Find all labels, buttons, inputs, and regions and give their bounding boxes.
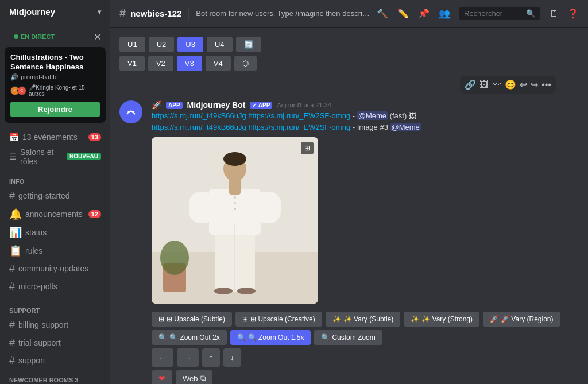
search-placeholder: Rechercher	[464, 9, 502, 18]
web-button[interactable]: Web ⧉	[176, 370, 212, 384]
forward-reaction-icon[interactable]: ↪	[531, 79, 538, 90]
close-live-button[interactable]: ✕	[94, 32, 101, 42]
live-dot	[14, 34, 18, 39]
message-link-2[interactable]: https://s.mj.run/_EW2SF-omng	[248, 111, 350, 120]
message-timestamp: Aujourd'hui à 21:34	[277, 102, 331, 108]
refresh-button[interactable]: 🔄	[236, 37, 261, 52]
sidebar-item-announcements[interactable]: 🔔 announcements 12	[5, 205, 106, 223]
arrow-left-button[interactable]: ←	[152, 348, 173, 367]
question-icon[interactable]: ❓	[567, 8, 579, 19]
vary-strong-button[interactable]: ✨ ✨ Vary (Strong)	[404, 312, 479, 327]
events-badge: 13	[88, 133, 101, 141]
sidebar-item-events[interactable]: 📅 13 événements 13	[5, 130, 106, 145]
svg-point-12	[234, 196, 236, 199]
upscale-creative-button[interactable]: ⊞ ⊞ Upscale (Creative)	[235, 312, 322, 327]
vary-region-button[interactable]: 🚀 🚀 Vary (Region)	[483, 312, 560, 327]
emoji-reaction-icon[interactable]: 😊	[505, 79, 516, 90]
message-link-4[interactable]: https://s.mj.run/_EW2SF-omng	[248, 123, 350, 131]
custom-zoom-button[interactable]: 🔍 Custom Zoom	[314, 330, 382, 345]
reaction-bar-container: 🔗 🖼 〰 😊 ↩ ↪ •••	[119, 76, 579, 98]
share-button[interactable]: ⬡	[234, 56, 257, 71]
zoom-out-2x-button[interactable]: 🔍 🔍 Zoom Out 2x	[152, 330, 227, 345]
more-reaction-icon[interactable]: •••	[541, 80, 551, 90]
zoom-out-2x-icon: 🔍	[158, 333, 167, 342]
message-link-1[interactable]: https://s.mj.run/_t49kB66uJg	[152, 111, 246, 120]
message-content-main: 🚀 APP Midjourney Bot ✓ APP Aujourd'hui à…	[152, 100, 579, 384]
reply-reaction-icon[interactable]: ↩	[520, 79, 527, 90]
upscale-creative-icon: ⊞	[242, 315, 248, 323]
channel-name: newbies-122	[130, 9, 181, 18]
u1-button[interactable]: U1	[119, 37, 145, 52]
hash-icon: #	[9, 337, 15, 349]
sidebar-item-support[interactable]: # support	[5, 352, 106, 370]
sidebar-item-getting-started[interactable]: # getting-started	[5, 187, 106, 205]
sidebar-item-trial-support[interactable]: # trial-support	[5, 334, 106, 352]
arrow-up-button[interactable]: ↑	[202, 348, 220, 367]
calendar-icon: 📅	[9, 133, 19, 142]
hammer-icon[interactable]: 🔨	[377, 8, 388, 19]
live-card-avatars-text: 🎤Kringle Kong• et 15 autres	[29, 84, 100, 97]
expand-icon[interactable]: ⊞	[301, 142, 314, 154]
live-card-title: Chillustrations - Two Sentence Happiness	[10, 53, 100, 72]
message-link-3[interactable]: https://s.mj.run/_t49kB66uJg	[152, 123, 246, 131]
svg-point-14	[234, 208, 236, 210]
message-group-main: 🚀 APP Midjourney Bot ✓ APP Aujourd'hui à…	[119, 100, 579, 384]
v1-button[interactable]: V1	[119, 56, 145, 71]
zoom-out-1x-button[interactable]: 🔍 🔍 Zoom Out 1.5x	[230, 330, 311, 345]
link-reaction-icon[interactable]: 🔗	[465, 79, 476, 90]
message-text-links: https://s.mj.run/_t49kB66uJg https://s.m…	[152, 111, 579, 121]
nitro-icon: 🚀	[152, 100, 161, 110]
vary-subtle-button[interactable]: ✨ ✨ Vary (Subtle)	[326, 312, 400, 327]
people-icon[interactable]: 👥	[439, 8, 450, 19]
v2-button[interactable]: V2	[148, 56, 173, 71]
search-box[interactable]: Rechercher 🔍	[459, 7, 540, 20]
heart-button[interactable]: ❤	[152, 370, 172, 384]
support-section-label: SUPPORT	[5, 307, 106, 314]
svg-point-19	[160, 241, 189, 275]
sidebar-item-billing-support[interactable]: # billing-support	[5, 316, 106, 334]
arrow-right-button[interactable]: →	[177, 348, 199, 367]
vary-subtle-icon: ✨	[332, 315, 341, 323]
u3-button[interactable]: U3	[177, 37, 203, 52]
misc-buttons-row: ❤ Web ⧉	[152, 370, 579, 384]
reaction-bar: 🔗 🖼 〰 😊 ↩ ↪ •••	[460, 76, 556, 94]
arrow-down-button[interactable]: ↓	[223, 348, 241, 367]
hash-icon: 📋	[9, 245, 22, 257]
svg-rect-7	[189, 192, 215, 223]
zoom-out-1x-icon: 🔍	[237, 333, 246, 342]
upscale-subtle-button[interactable]: ⊞ ⊞ Upscale (Subtle)	[152, 312, 232, 327]
join-button[interactable]: Rejoindre	[10, 102, 100, 117]
support-section: SUPPORT # billing-support # trial-suppor…	[0, 298, 110, 372]
sub-mention-tag: @Meme	[390, 123, 421, 131]
svg-point-0	[123, 104, 138, 119]
sidebar-item-roles[interactable]: ☰ Salons et rôles NOUVEAU	[5, 145, 106, 169]
u-buttons-row: U1 U2 U3 U4 🔄	[119, 37, 579, 52]
channel-description: Bot room for new users. Type /imagine th…	[196, 9, 372, 18]
wave-reaction-icon[interactable]: 〰	[492, 80, 501, 90]
server-header[interactable]: Midjourney ▾	[0, 0, 110, 24]
v4-button[interactable]: V4	[206, 56, 231, 71]
pencil-icon[interactable]: ✏️	[397, 8, 409, 19]
sidebar-item-community-updates[interactable]: # community-updates	[5, 260, 106, 278]
bot-username: Midjourney Bot	[187, 100, 246, 110]
v3-button[interactable]: V3	[177, 56, 202, 71]
channel-divider	[188, 8, 189, 20]
u4-button[interactable]: U4	[207, 37, 233, 52]
monitor-icon[interactable]: 🖥	[549, 9, 558, 19]
live-section: EN DIRECT ✕ Chillustrations - Two Senten…	[0, 24, 110, 130]
vary-region-icon: 🚀	[490, 315, 498, 323]
hash-icon: 🔔	[9, 208, 22, 220]
avatar: C	[17, 86, 26, 95]
main-content: # newbies-122 Bot room for new users. Ty…	[110, 0, 588, 384]
image-reaction-icon[interactable]: 🖼	[479, 80, 489, 90]
sidebar-item-status[interactable]: 📊 status	[5, 223, 106, 242]
sidebar-item-rules[interactable]: 📋 rules	[5, 242, 106, 260]
u2-button[interactable]: U2	[149, 37, 175, 52]
arrow-buttons-row: ← → ↑ ↓	[152, 348, 579, 367]
pin-icon[interactable]: 📌	[418, 8, 430, 19]
svg-point-16	[214, 288, 233, 294]
new-badge: NOUVEAU	[67, 153, 101, 160]
events-roles-section: 📅 13 événements 13 ☰ Salons et rôles NOU…	[0, 130, 110, 169]
sidebar-item-micro-polls[interactable]: # micro-polls	[5, 278, 106, 296]
bot-tag: ✓ APP	[250, 102, 272, 109]
